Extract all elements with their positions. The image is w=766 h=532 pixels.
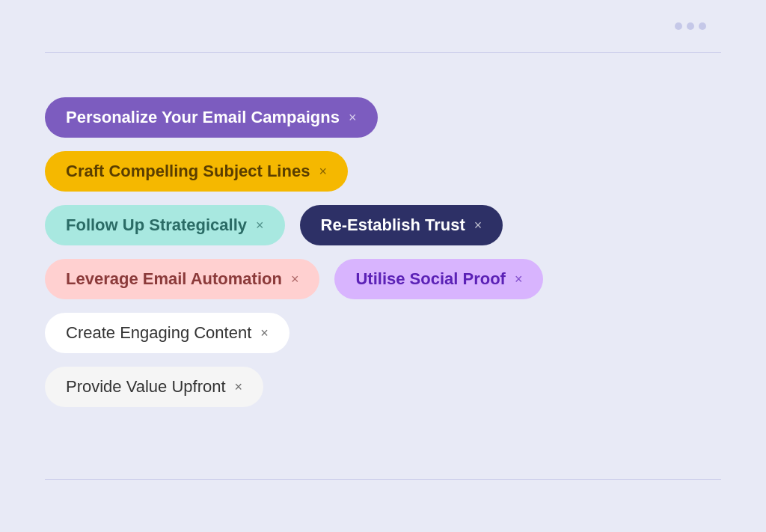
dot-3	[699, 22, 706, 30]
tag-row-2: Craft Compelling Subject Lines ×	[45, 151, 721, 192]
tag-utilise-close[interactable]: ×	[515, 272, 523, 286]
tag-craft-label: Craft Compelling Subject Lines	[66, 162, 310, 181]
bottom-divider	[45, 479, 721, 480]
tag-provide-close[interactable]: ×	[235, 380, 243, 394]
tag-row-1: Personalize Your Email Campaigns ×	[45, 97, 721, 138]
tag-followup-close[interactable]: ×	[256, 218, 264, 232]
tag-followup-label: Follow Up Strategically	[66, 215, 247, 235]
tag-utilise[interactable]: Utilise Social Proof ×	[334, 259, 543, 299]
tag-leverage-label: Leverage Email Automation	[66, 269, 282, 289]
tag-personalize-label: Personalize Your Email Campaigns	[66, 108, 340, 127]
tag-craft[interactable]: Craft Compelling Subject Lines ×	[45, 151, 348, 192]
tag-personalize-close[interactable]: ×	[349, 111, 357, 124]
dot-1	[675, 22, 682, 30]
tag-utilise-label: Utilise Social Proof	[355, 269, 506, 289]
tags-area: Personalize Your Email Campaigns × Craft…	[45, 75, 721, 465]
tag-leverage[interactable]: Leverage Email Automation ×	[45, 259, 319, 299]
tag-leverage-close[interactable]: ×	[291, 272, 299, 286]
tag-followup[interactable]: Follow Up Strategically ×	[45, 205, 285, 245]
main-container: Personalize Your Email Campaigns × Craft…	[0, 0, 766, 532]
tag-personalize[interactable]: Personalize Your Email Campaigns ×	[45, 97, 378, 138]
tag-create-close[interactable]: ×	[260, 326, 269, 340]
dot-2	[687, 22, 694, 30]
tag-row-3: Follow Up Strategically × Re-Establish T…	[45, 205, 721, 245]
tag-create-label: Create Engaging Content	[66, 323, 251, 343]
tag-reestablish-label: Re-Establish Trust	[321, 215, 465, 235]
tag-provide[interactable]: Provide Value Upfront ×	[45, 367, 263, 407]
tag-craft-close[interactable]: ×	[319, 165, 327, 178]
tag-provide-label: Provide Value Upfront	[66, 377, 226, 397]
tag-reestablish[interactable]: Re-Establish Trust ×	[300, 205, 503, 245]
top-divider	[45, 52, 721, 53]
tag-row-6: Provide Value Upfront ×	[45, 367, 721, 407]
tag-row-4: Leverage Email Automation × Utilise Soci…	[45, 259, 721, 299]
three-dots	[675, 22, 706, 30]
tag-create[interactable]: Create Engaging Content ×	[45, 313, 289, 353]
tag-reestablish-close[interactable]: ×	[474, 218, 482, 232]
tag-row-5: Create Engaging Content ×	[45, 313, 721, 353]
